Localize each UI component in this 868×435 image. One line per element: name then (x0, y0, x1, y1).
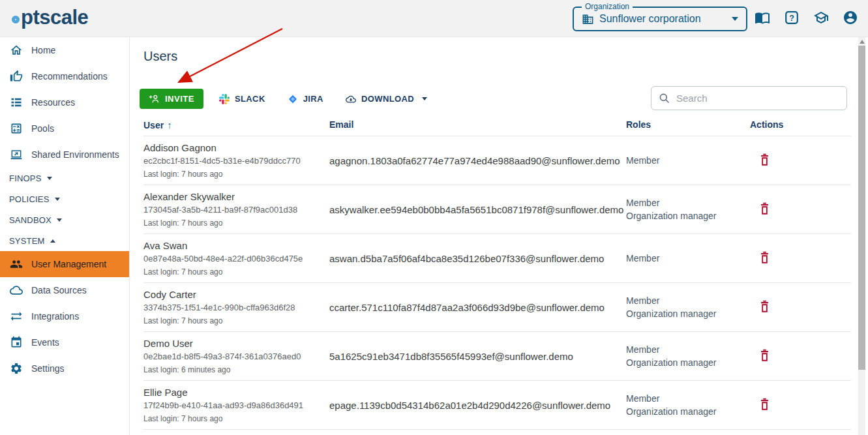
delete-user-button[interactable] (758, 152, 771, 168)
logo-text: ptscale (21, 6, 88, 29)
chevron-down-icon (422, 97, 427, 100)
role: Organization manager (626, 209, 747, 222)
sidebar-section-system[interactable]: SYSTEM (0, 230, 129, 251)
sidebar-item-label: Resources (31, 97, 75, 108)
organization-select-label: Organization (582, 2, 633, 11)
sidebar-item-label: Events (31, 337, 59, 348)
sidebar-section-policies[interactable]: POLICIES (0, 188, 129, 209)
chevron-down-icon (47, 177, 52, 180)
chevron-down-icon (732, 17, 738, 21)
people-icon (9, 258, 23, 271)
role: Member (626, 294, 747, 307)
thumb-up-icon (9, 70, 23, 83)
optscale-logo[interactable]: ptscale (12, 6, 88, 29)
role: Organization manager (626, 307, 747, 320)
sidebar-section-finops[interactable]: FINOPS (0, 168, 129, 188)
slack-button-label: SLACK (235, 94, 265, 104)
user-name: Ava Swan (143, 240, 326, 251)
sidebar-section-sandbox[interactable]: SANDBOX (0, 209, 129, 230)
table-row: Addison Gagnon ec2cbc1f-8151-4dc5-b31e-e… (143, 136, 851, 185)
cloud-download-icon (346, 94, 356, 104)
user-id: 17f24b9b-e410-41aa-ad93-d9a86d36d491 (143, 400, 326, 410)
user-email: epage.1139cb0d54314b62a01e2b4d290d4226@s… (329, 400, 623, 411)
sidebar-item-integrations[interactable]: Integrations (0, 303, 129, 329)
delete-user-button[interactable] (758, 250, 771, 265)
home-icon (9, 44, 23, 57)
sidebar-item-events[interactable]: Events (0, 329, 129, 355)
chevron-down-icon (55, 198, 60, 201)
documentation-icon[interactable] (754, 9, 771, 26)
user-roles: Member Organization manager (626, 343, 747, 369)
sidebar-item-settings[interactable]: Settings (0, 355, 129, 382)
sidebar-item-resources[interactable]: Resources (0, 89, 129, 115)
user-roles: Member Organization manager (626, 392, 747, 418)
column-header-roles: Roles (626, 119, 651, 130)
product-tour-icon[interactable] (813, 9, 830, 26)
user-cell: Demo User 0e2bae1d-b8f5-49a3-874f-361a03… (143, 338, 326, 374)
role: Member (626, 392, 747, 405)
search-box (651, 86, 847, 110)
user-last-login: Last login: 7 hours ago (143, 316, 326, 325)
jira-button[interactable]: JIRA (281, 89, 330, 109)
invite-button[interactable]: INVITE (140, 89, 203, 109)
role: Organization manager (626, 405, 747, 418)
sidebar-item-shared-environments[interactable]: Shared Environments (0, 142, 129, 168)
sidebar-item-user-management[interactable]: User Management (0, 251, 129, 277)
help-icon[interactable]: ? (783, 9, 800, 26)
user-last-login: Last login: 7 hours ago (143, 267, 326, 277)
download-button[interactable]: DOWNLOAD (339, 89, 434, 109)
role: Member (626, 154, 747, 167)
section-label: FINOPS (9, 173, 42, 183)
logo-ring-icon (12, 16, 20, 23)
slack-button[interactable]: SLACK (213, 89, 272, 109)
toolbar: INVITE SLACK JIRA DOWNLOAD (140, 89, 434, 109)
jira-icon (288, 94, 298, 104)
user-name: Alexander Skywalker (143, 191, 326, 202)
sidebar-item-data-sources[interactable]: Data Sources (0, 277, 129, 303)
organization-value: Sunflower corporation (599, 13, 701, 25)
delete-user-button[interactable] (758, 201, 771, 217)
sidebar-item-label: Data Sources (31, 285, 87, 295)
column-header-email[interactable]: Email (329, 119, 353, 130)
user-id: 3374b375-1f51-4e1c-990b-cffa963d6f28 (143, 303, 326, 312)
scrollbar-thumb[interactable] (858, 46, 865, 370)
section-label: SANDBOX (9, 215, 52, 225)
column-header-actions: Actions (750, 119, 783, 130)
sidebar-item-home[interactable]: Home (0, 37, 129, 63)
user-name: Demo User (143, 338, 326, 349)
sidebar-item-label: Home (31, 45, 55, 55)
chevron-up-icon (50, 239, 55, 243)
sort-ascending-icon: ↑ (167, 119, 172, 130)
search-icon (658, 92, 670, 104)
table-row: Cody Carter 3374b375-1f51-4e1c-990b-cffa… (143, 283, 851, 332)
jira-button-label: JIRA (303, 94, 323, 104)
column-header-user[interactable]: User ↑ (143, 119, 172, 130)
sidebar-item-pools[interactable]: Pools (0, 115, 129, 142)
user-roles: Member (626, 252, 747, 265)
organization-select[interactable]: Organization Sunflower corporation (573, 7, 747, 31)
search-input[interactable] (676, 93, 840, 104)
user-roles: Member Organization manager (626, 196, 747, 222)
user-roles: Member (626, 154, 747, 167)
section-label: POLICIES (9, 194, 50, 204)
table-row: Ava Swan 0e87e48a-50bd-48e4-a22f-d06b36c… (143, 234, 851, 283)
user-id: 173045af-3a5b-4211-ba9f-87f9ac001d38 (143, 205, 326, 215)
column-label: User (143, 120, 164, 130)
delete-user-button[interactable] (758, 299, 771, 314)
scrollbar-up-arrow[interactable] (860, 40, 865, 44)
calendar-icon (9, 336, 23, 350)
user-name: Cody Carter (143, 289, 326, 300)
user-last-login: Last login: 6 minutes ago (143, 365, 326, 374)
invite-button-label: INVITE (165, 94, 194, 104)
user-email: aswan.d5ba7a5f06af4bca8e35d126be07f336@s… (329, 253, 623, 264)
user-email: 5a1625c91eb3471db8f35565f45993ef@sunflow… (329, 351, 623, 362)
role: Member (626, 196, 747, 209)
sync-arrows-icon (9, 310, 23, 323)
user-email: agagnon.1803a0fa62774e77a974ed4e988aad90… (329, 155, 623, 166)
sidebar-item-label: Recommendations (31, 71, 108, 82)
table-header-row: User ↑ Email Roles Actions (143, 118, 851, 136)
sidebar-item-recommendations[interactable]: Recommendations (0, 63, 129, 89)
profile-avatar-icon[interactable] (842, 9, 859, 26)
delete-user-button[interactable] (758, 397, 771, 412)
delete-user-button[interactable] (758, 348, 771, 363)
